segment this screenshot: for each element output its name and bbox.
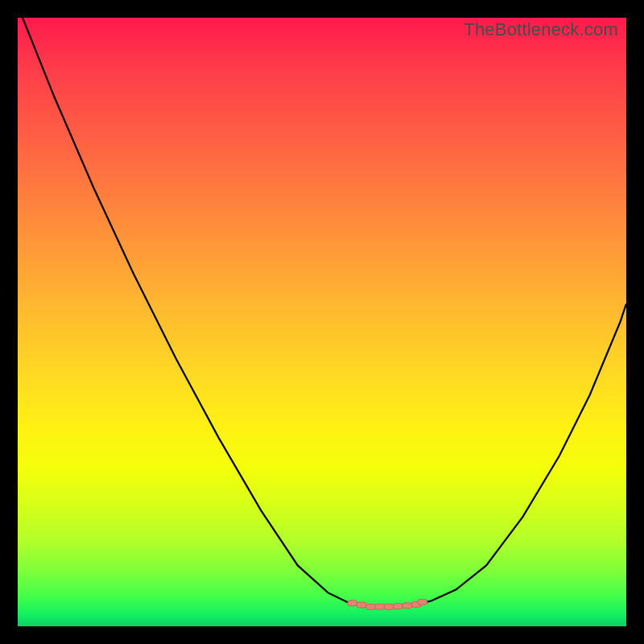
curve-right <box>371 303 627 607</box>
marker-pill <box>384 604 394 609</box>
marker-pill <box>366 604 376 609</box>
marker-pill <box>357 602 366 608</box>
marker-pill <box>394 604 403 609</box>
watermark-text: TheBottleneck.com <box>464 19 618 40</box>
marker-pill <box>375 604 385 609</box>
plot-area: TheBottleneck.com <box>18 18 626 626</box>
marker-pill <box>348 601 357 606</box>
marker-pill <box>402 603 412 609</box>
chart-frame: TheBottleneck.com <box>0 0 644 644</box>
curve-left <box>18 6 371 607</box>
marker-group <box>348 599 427 609</box>
marker-pill <box>418 599 427 605</box>
chart-svg <box>18 18 626 626</box>
